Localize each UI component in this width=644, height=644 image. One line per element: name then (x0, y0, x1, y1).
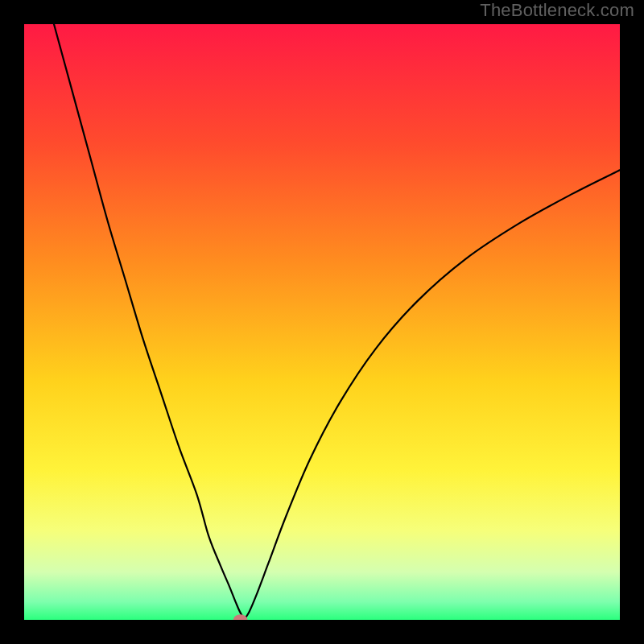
gradient-background (24, 24, 620, 620)
outer-black-frame: TheBottleneck.com (0, 0, 644, 644)
site-watermark: TheBottleneck.com (480, 0, 634, 21)
plot-svg (24, 24, 620, 620)
